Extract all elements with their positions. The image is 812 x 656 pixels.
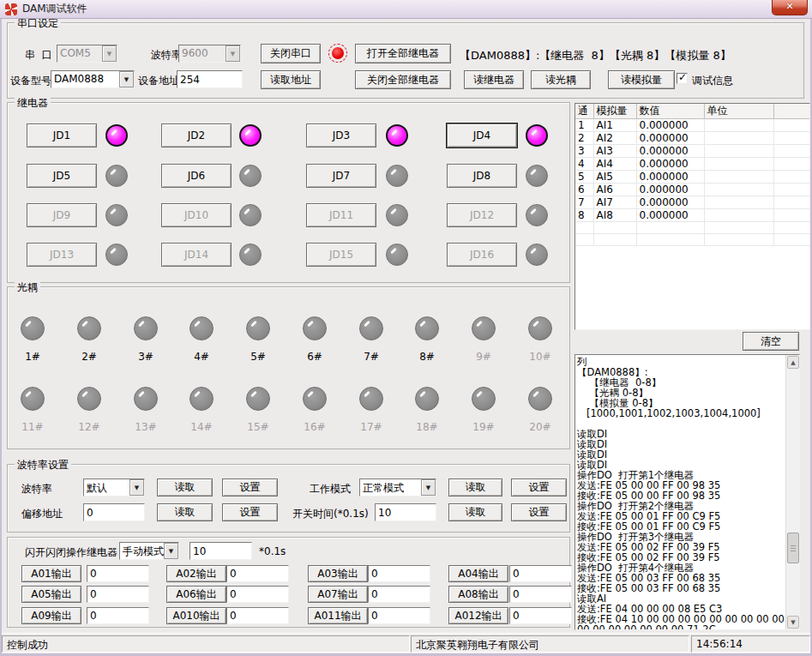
table-cell: AI1 bbox=[593, 119, 636, 132]
opto-led-20 bbox=[528, 387, 552, 411]
relay-button-jd4[interactable]: JD4 bbox=[447, 123, 517, 147]
ao-output-button-7[interactable]: A07输出 bbox=[308, 586, 368, 603]
ao-output-input-10[interactable] bbox=[226, 607, 289, 624]
switch-time-set-button[interactable]: 设置 bbox=[511, 503, 567, 521]
table-cell: 1 bbox=[575, 119, 593, 132]
ao-output-input-4[interactable] bbox=[509, 565, 572, 582]
relay-led-11 bbox=[386, 204, 408, 226]
scroll-down-icon[interactable]: ▼ bbox=[787, 616, 799, 629]
scrollbar-thumb[interactable] bbox=[787, 533, 799, 563]
ao-output-input-6[interactable] bbox=[226, 586, 289, 603]
ao-output-button-12[interactable]: A012输出 bbox=[448, 607, 508, 624]
status-company: 北京聚英翱翔电子有限公司 bbox=[411, 635, 689, 653]
table-row bbox=[575, 222, 810, 234]
log-scrollbar[interactable]: ▲ ▼ bbox=[785, 355, 799, 629]
relay-button-jd6[interactable]: JD6 bbox=[161, 164, 232, 188]
ao-output-button-1[interactable]: A01输出 bbox=[21, 565, 81, 582]
ao-output-input-8[interactable] bbox=[509, 586, 572, 603]
baud-read-button[interactable]: 读取 bbox=[157, 478, 213, 497]
relay-button-jd2[interactable]: JD2 bbox=[161, 123, 232, 147]
ao-output-button-2[interactable]: A02输出 bbox=[166, 565, 226, 582]
read-opto-button[interactable]: 读光耦 bbox=[531, 70, 591, 89]
opto-led-9 bbox=[472, 316, 496, 340]
relay-led-13 bbox=[105, 244, 128, 266]
opto-led-13 bbox=[134, 387, 158, 411]
clear-log-button[interactable]: 清空 bbox=[743, 332, 799, 351]
work-mode-set-button[interactable]: 设置 bbox=[511, 478, 567, 497]
baud-setting-value: 默认 bbox=[84, 479, 129, 496]
opto-label-20: 20# bbox=[521, 421, 559, 433]
serial-port-value: COM5 bbox=[57, 45, 102, 62]
flash-operate-label: 闪开闪闭操作继电器 bbox=[25, 545, 117, 560]
ao-output-button-11[interactable]: A011输出 bbox=[308, 607, 368, 624]
switch-time-input[interactable] bbox=[375, 503, 436, 521]
table-row: 7AI70.000000 bbox=[575, 196, 810, 209]
ao-output-input-2[interactable] bbox=[226, 565, 289, 582]
status-time: 14:56:14 bbox=[691, 635, 810, 653]
app-window: DAM调试软件 ✕ 串口设定 串 口 COM5 ▼ 波特率 9600 ▼ 关闭串… bbox=[0, 0, 812, 656]
analog-table: 通模拟量数值单位1AI10.0000002AI20.0000003AI30.00… bbox=[574, 103, 810, 330]
relay-group: 继电器 JD1JD2JD3JD4JD5JD6JD7JD8JD9JD10JD11J… bbox=[7, 102, 570, 283]
table-cell bbox=[636, 222, 704, 234]
relay-led-2 bbox=[239, 124, 262, 147]
table-cell bbox=[773, 184, 810, 196]
flash-time-input[interactable] bbox=[189, 542, 252, 560]
ao-output-button-9[interactable]: A09输出 bbox=[21, 607, 81, 624]
flash-mode-select[interactable]: 手动模式 ▼ bbox=[119, 542, 179, 560]
ao-output-button-8[interactable]: A08输出 bbox=[448, 586, 508, 603]
debug-info-label: 调试信息 bbox=[692, 74, 733, 88]
table-cell: 0.000000 bbox=[636, 119, 704, 132]
relay-button-jd14: JD14 bbox=[161, 243, 232, 267]
relay-button-jd8[interactable]: JD8 bbox=[447, 164, 517, 188]
read-analog-button[interactable]: 读模拟量 bbox=[608, 70, 675, 89]
work-mode-select[interactable]: 正常模式 ▼ bbox=[359, 478, 436, 497]
opto-group: 光耦 1#2#3#4#5#6#7#8#9#10#11#12#13#14#15#1… bbox=[7, 286, 570, 449]
ao-output-input-3[interactable] bbox=[368, 565, 430, 582]
scroll-up-icon[interactable]: ▲ bbox=[787, 356, 799, 369]
baud-setting-select[interactable]: 默认 ▼ bbox=[83, 478, 145, 497]
ao-output-button-10[interactable]: A010输出 bbox=[166, 607, 226, 624]
close-button[interactable]: ✕ bbox=[772, 0, 808, 15]
title-bar: DAM调试软件 ✕ bbox=[0, 0, 812, 19]
offset-read-button[interactable]: 读取 bbox=[157, 503, 213, 521]
device-address-label: 设备地址 bbox=[138, 74, 179, 88]
work-mode-read-button[interactable]: 读取 bbox=[448, 478, 502, 497]
relay-button-jd7[interactable]: JD7 bbox=[306, 164, 376, 188]
table-cell: 0.000000 bbox=[636, 132, 704, 145]
opto-label-9: 9# bbox=[465, 351, 502, 363]
ao-output-input-9[interactable] bbox=[87, 607, 149, 624]
read-relay-button[interactable]: 读继电器 bbox=[464, 70, 524, 89]
ao-output-input-12[interactable] bbox=[509, 607, 572, 624]
ao-output-input-7[interactable] bbox=[368, 586, 430, 603]
relay-led-10 bbox=[239, 204, 262, 226]
device-model-select[interactable]: DAM0888 ▼ bbox=[51, 70, 135, 88]
ao-output-input-1[interactable] bbox=[87, 565, 149, 582]
relay-button-jd1[interactable]: JD1 bbox=[27, 123, 97, 147]
ao-output-button-6[interactable]: A06输出 bbox=[166, 586, 226, 603]
ao-output-button-4[interactable]: A04输出 bbox=[448, 565, 508, 582]
ao-output-button-5[interactable]: A05输出 bbox=[21, 586, 81, 603]
baud-set-button[interactable]: 设置 bbox=[222, 478, 278, 497]
table-cell bbox=[704, 222, 773, 234]
opto-label-18: 18# bbox=[408, 421, 446, 433]
switch-time-read-button[interactable]: 读取 bbox=[448, 503, 502, 521]
table-cell: AI3 bbox=[593, 145, 636, 158]
opto-label-4: 4# bbox=[183, 351, 220, 363]
relay-button-jd5[interactable]: JD5 bbox=[27, 164, 97, 188]
close-serial-button[interactable]: 关闭串口 bbox=[261, 44, 321, 63]
ao-output-button-3[interactable]: A03输出 bbox=[308, 565, 368, 582]
ao-output-input-11[interactable] bbox=[368, 607, 430, 624]
log-output[interactable]: 列【DAM0888】: 【继电器 0-8】 【光耦 0-8】 【模拟量 0-8】… bbox=[574, 354, 800, 630]
close-all-relays-button[interactable]: 关闭全部继电器 bbox=[355, 70, 451, 89]
debug-info-checkbox[interactable]: ✓ bbox=[677, 73, 688, 84]
relay-button-jd3[interactable]: JD3 bbox=[306, 123, 376, 147]
read-address-button[interactable]: 读取地址 bbox=[261, 70, 321, 89]
ao-output-input-5[interactable] bbox=[87, 586, 149, 603]
device-address-input[interactable] bbox=[177, 70, 243, 88]
offset-set-button[interactable]: 设置 bbox=[222, 503, 278, 521]
offset-address-input[interactable] bbox=[83, 503, 145, 521]
open-all-relays-button[interactable]: 打开全部继电器 bbox=[355, 44, 451, 63]
chevron-down-icon: ▼ bbox=[102, 45, 117, 62]
table-cell: 2 bbox=[575, 132, 593, 145]
relay-led-8 bbox=[526, 165, 548, 187]
